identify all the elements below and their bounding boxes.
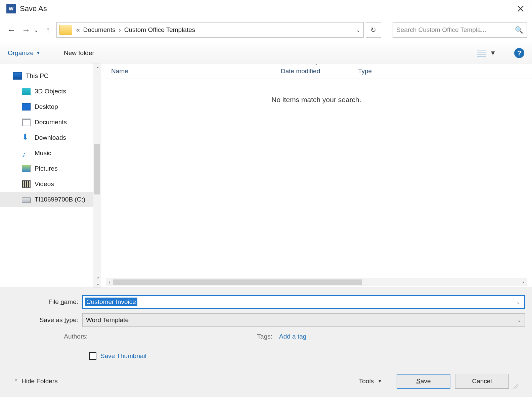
- toolbar: Organize ▼ New folder ▼ ?: [0, 43, 532, 63]
- scroll-down-icon[interactable]: ⌄: [96, 274, 100, 279]
- tree-item-3d-objects[interactable]: 3D Objects: [0, 84, 101, 99]
- tree-item-drive-c[interactable]: TI10699700B (C:): [0, 192, 101, 207]
- scroll-thumb[interactable]: [94, 144, 100, 194]
- chevron-down-icon[interactable]: ⌄: [514, 299, 522, 305]
- resize-grip[interactable]: [512, 383, 518, 389]
- new-folder-button[interactable]: New folder: [64, 49, 94, 57]
- tree-item-videos[interactable]: Videos: [0, 176, 101, 192]
- column-type[interactable]: Type: [353, 68, 532, 75]
- breadcrumb-overflow-icon[interactable]: «: [76, 26, 80, 34]
- type-value: Word Template: [86, 316, 129, 324]
- scroll-right-icon[interactable]: ›: [520, 279, 527, 285]
- folder-tree[interactable]: ⌃ ⌄ ⌄ This PC 3D Objects Desktop Documen…: [0, 63, 101, 288]
- tags-label: Tags:: [246, 333, 272, 340]
- chevron-down-icon: ⌄: [517, 317, 521, 323]
- tags-add-link[interactable]: Add a tag: [279, 333, 306, 340]
- main-area: ⌃ ⌄ ⌄ This PC 3D Objects Desktop Documen…: [0, 63, 532, 288]
- chevron-down-icon: ▼: [490, 49, 496, 57]
- downloads-icon: ⬇: [22, 134, 31, 141]
- back-button[interactable]: ←: [5, 24, 18, 36]
- filename-value: Customer Invoice: [85, 298, 137, 306]
- breadcrumb-custom-office-templates[interactable]: Custom Office Templates: [124, 26, 195, 34]
- tree-label: Videos: [35, 180, 54, 188]
- forward-button[interactable]: →: [20, 24, 33, 36]
- tree-label: Downloads: [35, 134, 66, 141]
- address-bar[interactable]: « Documents › Custom Office Templates ⌄: [56, 22, 364, 38]
- chevron-up-icon: ⌃: [14, 378, 18, 385]
- horizontal-scrollbar[interactable]: ‹ ›: [106, 278, 527, 286]
- search-icon: 🔍: [515, 26, 523, 34]
- organize-label: Organize: [8, 49, 34, 57]
- desktop-icon: [22, 103, 31, 111]
- search-placeholder: Search Custom Office Templa...: [396, 26, 513, 34]
- tools-label: Tools: [359, 378, 374, 385]
- scroll-left-icon[interactable]: ‹: [106, 279, 113, 285]
- save-as-type-select[interactable]: Word Template ⌄: [82, 313, 525, 327]
- tree-item-documents[interactable]: Documents: [0, 115, 101, 130]
- view-list-icon: [477, 50, 486, 56]
- tools-menu[interactable]: Tools ▼: [359, 378, 382, 385]
- tree-item-downloads[interactable]: ⬇ Downloads: [0, 130, 101, 145]
- cube-icon: [22, 88, 31, 95]
- column-name[interactable]: Name: [111, 68, 276, 75]
- pictures-icon: [22, 165, 31, 172]
- tree-label: This PC: [26, 72, 49, 80]
- videos-icon: [22, 180, 31, 188]
- dialog-footer: ⌃ Hide Folders Tools ▼ Save Cancel: [7, 374, 525, 394]
- chevron-down-icon: ▼: [378, 379, 382, 384]
- hide-folders-label: Hide Folders: [21, 378, 58, 385]
- documents-icon: [22, 119, 31, 126]
- organize-menu[interactable]: Organize ▼: [8, 49, 40, 57]
- tree-item-this-pc[interactable]: This PC: [0, 68, 101, 84]
- dialog-title: Save As: [20, 4, 47, 13]
- tree-label: 3D Objects: [35, 88, 66, 95]
- tree-label: Desktop: [35, 103, 58, 111]
- cancel-button[interactable]: Cancel: [455, 374, 509, 389]
- breadcrumb-documents[interactable]: Documents: [83, 26, 116, 34]
- help-button[interactable]: ?: [514, 48, 524, 58]
- tree-label: TI10699700B (C:): [35, 196, 85, 203]
- empty-message: No items match your search.: [101, 96, 532, 104]
- address-dropdown-icon[interactable]: ⌄: [353, 27, 363, 33]
- tree-label: Music: [35, 149, 51, 157]
- view-options-button[interactable]: ▼: [477, 49, 496, 57]
- save-form: File name: Customer Invoice ⌄ Save as ty…: [0, 288, 532, 397]
- pc-icon: [13, 72, 22, 80]
- close-icon: [517, 5, 524, 12]
- file-list: ⌃ Name Date modified Type No items match…: [101, 63, 532, 288]
- scroll-thumb[interactable]: [113, 279, 362, 285]
- tree-item-music[interactable]: ♪ Music: [0, 145, 101, 161]
- chevron-right-icon[interactable]: ›: [119, 27, 121, 34]
- save-thumbnail-label[interactable]: Save Thumbnail: [100, 352, 146, 360]
- navigation-bar: ← → ⌄ ↑ « Documents › Custom Office Temp…: [0, 17, 532, 43]
- filename-input[interactable]: Customer Invoice ⌄: [82, 295, 525, 309]
- filename-label: File name:: [7, 298, 82, 306]
- save-as-type-label: Save as type:: [7, 316, 82, 324]
- save-thumbnail-checkbox[interactable]: [89, 352, 96, 360]
- scroll-up-icon[interactable]: ⌃: [96, 66, 100, 72]
- save-button[interactable]: Save: [397, 374, 450, 389]
- drive-icon: [22, 197, 31, 203]
- tree-item-desktop[interactable]: Desktop: [0, 99, 101, 115]
- title-bar: W Save As: [0, 0, 532, 17]
- close-button[interactable]: [513, 2, 528, 15]
- music-icon: ♪: [22, 149, 31, 157]
- collapse-header-icon[interactable]: ⌃: [314, 63, 318, 69]
- hide-folders-button[interactable]: ⌃ Hide Folders: [14, 378, 58, 385]
- scroll-down-icon[interactable]: ⌄: [96, 281, 100, 286]
- authors-value[interactable]: [88, 333, 188, 340]
- search-input[interactable]: Search Custom Office Templa... 🔍: [393, 22, 527, 38]
- folder-icon: [59, 25, 72, 35]
- up-button[interactable]: ↑: [42, 24, 54, 36]
- tree-item-pictures[interactable]: Pictures: [0, 161, 101, 176]
- tree-label: Documents: [35, 119, 67, 126]
- recent-locations-button[interactable]: ⌄: [34, 27, 38, 33]
- word-app-icon: W: [6, 4, 16, 13]
- refresh-button[interactable]: ↻: [366, 22, 381, 38]
- tree-label: Pictures: [35, 165, 58, 172]
- tree-scrollbar[interactable]: ⌃ ⌄ ⌄: [93, 63, 101, 288]
- save-as-dialog: W Save As ← → ⌄ ↑ « Documents › Custom O…: [0, 0, 532, 397]
- authors-label: Authors:: [37, 333, 88, 340]
- chevron-down-icon: ▼: [36, 51, 40, 55]
